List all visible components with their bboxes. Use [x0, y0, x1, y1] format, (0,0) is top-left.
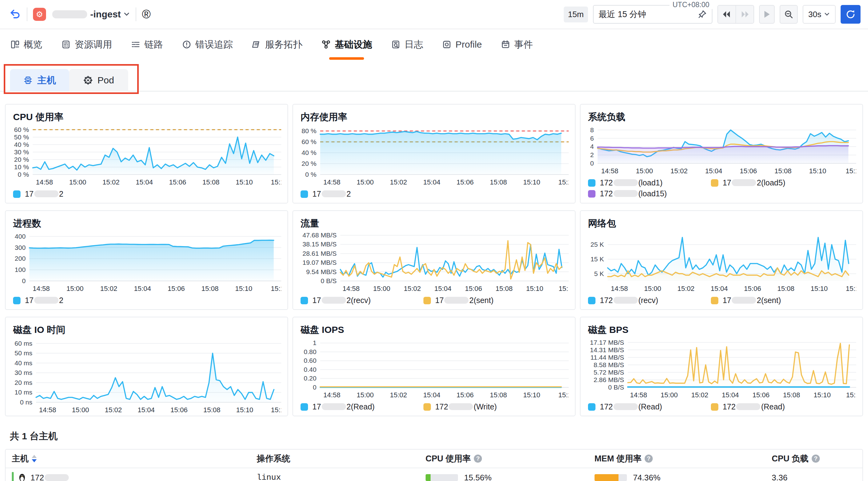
svg-text:80 %: 80 % [302, 127, 316, 134]
svg-text:20 ms: 20 ms [14, 379, 32, 386]
refresh-button[interactable] [841, 5, 861, 24]
svg-text:8.58 MB/S: 8.58 MB/S [594, 361, 624, 368]
redacted-host-ip [322, 190, 346, 197]
column-label: 操作系统 [257, 453, 290, 464]
column-header-0[interactable]: 主机 [12, 453, 257, 464]
app-selector[interactable]: -ingest [52, 9, 130, 20]
svg-text:15:10: 15:10 [235, 285, 252, 293]
legend-item[interactable]: 172(load1) [588, 178, 711, 187]
help-icon[interactable]: ? [645, 455, 653, 463]
tab-item-1[interactable]: 资源调用 [61, 29, 112, 60]
legend-swatch [13, 190, 21, 198]
refresh-icon [846, 9, 856, 19]
legend-swatch [588, 179, 595, 187]
tab-item-0[interactable]: 概览 [10, 29, 42, 60]
legend-swatch [588, 297, 595, 304]
help-icon[interactable]: ? [474, 455, 482, 463]
cpu-usage-cell: 15.56% [426, 473, 594, 481]
rust-logo-icon[interactable]: ® [142, 8, 151, 20]
chart-canvas[interactable]: 00.200.400.600.80114:5815:0015:0215:0415… [301, 337, 567, 401]
chevron-down-icon [123, 11, 130, 18]
legend-item[interactable]: 172(recv) [588, 296, 711, 305]
help-icon[interactable]: ? [812, 455, 820, 463]
svg-text:30 %: 30 % [14, 148, 29, 156]
range-preset-badge[interactable]: 15m [564, 6, 588, 22]
chart-card: 网络包5 K15 K25 K14:5815:0015:0215:0415:061… [580, 210, 863, 310]
legend-label: 172(sent) [435, 296, 494, 305]
os-cell: linux [257, 473, 426, 481]
tab-item-5[interactable]: 基础设施 [321, 29, 372, 60]
svg-text:15:02: 15:02 [100, 285, 117, 293]
svg-text:15:00: 15:00 [69, 178, 86, 186]
chart-canvas[interactable]: 0 %20 %40 %60 %80 %14:5815:0015:0215:041… [301, 125, 567, 188]
svg-text:15:04: 15:04 [134, 285, 151, 293]
legend-item[interactable]: 172(load5) [711, 178, 834, 187]
svg-text:15:08: 15:08 [490, 391, 507, 399]
legend-item[interactable]: 172(Read) [301, 402, 424, 411]
legend-swatch [588, 403, 595, 411]
legend-item[interactable]: 172 [13, 189, 136, 199]
chart-card: 内存使用率0 %20 %40 %60 %80 %14:5815:0015:021… [292, 104, 576, 204]
legend-label: 172 [25, 189, 63, 199]
svg-text:15:04: 15:04 [423, 391, 440, 399]
pin-icon[interactable] [698, 10, 707, 19]
svg-text:15:04: 15:04 [711, 285, 728, 293]
svg-text:15:1: 15:1 [846, 391, 856, 399]
svg-text:0.40: 0.40 [304, 366, 316, 373]
legend-swatch [13, 297, 21, 304]
chart-canvas[interactable]: 5 K15 K25 K14:5815:0015:0215:0415:0615:0… [588, 231, 855, 295]
svg-text:15:06: 15:06 [752, 391, 769, 399]
sort-icon[interactable] [32, 455, 37, 462]
zoom-out-icon[interactable] [780, 5, 798, 24]
chart-canvas[interactable]: 010020030040014:5815:0015:0215:0415:0615… [13, 231, 280, 295]
svg-text:0 %: 0 % [305, 171, 316, 178]
svg-text:2.86 MB/S: 2.86 MB/S [594, 376, 624, 383]
tab-item-6[interactable]: 日志 [391, 29, 423, 60]
svg-text:0.60: 0.60 [304, 357, 316, 364]
mem-usage-cell: 74.36% [594, 473, 772, 481]
back-icon[interactable] [9, 8, 21, 21]
legend-item[interactable]: 172(Read) [711, 402, 834, 411]
svg-text:15:00: 15:00 [636, 167, 653, 175]
svg-text:19.07 MB/S: 19.07 MB/S [302, 259, 337, 266]
svg-text:0 B/S: 0 B/S [321, 277, 337, 284]
mem-usage-progressbar [594, 474, 627, 481]
time-shift-buttons [717, 5, 754, 24]
shift-forward-button[interactable] [736, 6, 753, 23]
chart-canvas[interactable]: 0246814:5815:0015:0215:0415:0615:0815:10… [588, 125, 855, 177]
play-button[interactable] [759, 5, 775, 24]
tab-item-4[interactable]: 服务拓扑 [251, 29, 302, 60]
legend-item[interactable]: 172(load15) [588, 189, 711, 198]
legend-item[interactable]: 172(recv) [301, 296, 424, 305]
tab-profile[interactable]: Profile [442, 29, 482, 60]
svg-text:30 ms: 30 ms [14, 369, 32, 376]
legend-item[interactable]: 172 [301, 189, 424, 199]
tab-item-2[interactable]: 链路 [131, 29, 163, 60]
chart-title: 磁盘 BPS [588, 324, 855, 336]
legend-item[interactable]: 172(sent) [711, 296, 834, 305]
refresh-interval-select[interactable]: 30s [803, 5, 836, 24]
legend-item[interactable]: 172 [13, 296, 136, 305]
chart-canvas[interactable]: 0 ns10 ms20 ms30 ms40 ms50 ms60 ms14:581… [13, 337, 280, 416]
legend-item[interactable]: 172(Write) [424, 402, 546, 411]
svg-text:15:10: 15:10 [523, 178, 540, 186]
host-cell[interactable]: 172 [12, 472, 257, 481]
table-row[interactable]: 172linux15.56%74.36%3.36 [6, 468, 862, 481]
chart-canvas[interactable]: 0 B/S9.54 MB/S19.07 MB/S28.61 MB/S38.15 … [301, 231, 567, 295]
tab-item-8[interactable]: 事件 [501, 29, 533, 60]
chart-canvas[interactable]: 0 %10 %20 %30 %40 %50 %60 %14:5815:0015:… [13, 125, 280, 188]
chart-legend: 172(Read)172(Write) [301, 402, 567, 411]
tab-item-3[interactable]: 错误追踪 [182, 29, 233, 60]
events-icon [501, 39, 510, 50]
subtab-host[interactable]: 主机 [10, 69, 69, 91]
svg-text:14:58: 14:58 [323, 391, 340, 399]
chart-canvas[interactable]: 0 B/S2.86 MB/S5.72 MB/S8.58 MB/S11.44 MB… [588, 337, 855, 401]
subtab-pod[interactable]: Pod [69, 69, 128, 91]
svg-text:15:02: 15:02 [691, 391, 708, 399]
svg-text:0.80: 0.80 [304, 348, 316, 355]
app-name-suffix: -ingest [90, 9, 121, 20]
shift-back-button[interactable] [718, 6, 736, 23]
svg-text:15:08: 15:08 [202, 178, 219, 186]
legend-item[interactable]: 172(sent) [424, 296, 546, 305]
legend-item[interactable]: 172(Read) [588, 402, 711, 411]
